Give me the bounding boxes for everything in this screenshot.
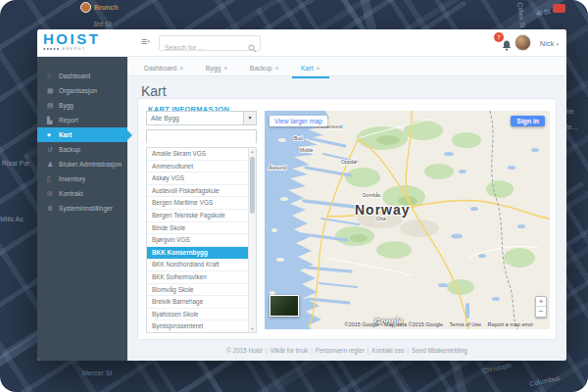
close-icon[interactable]: × xyxy=(317,65,320,72)
building-search-field xyxy=(146,129,257,143)
building-list-item[interactable]: Ammerudtunet xyxy=(147,161,256,173)
logo-wordmark: HOIST xyxy=(43,32,141,46)
tab-label: Kart xyxy=(301,65,313,72)
notifications-bell-icon[interactable] xyxy=(502,37,512,55)
building-list-item[interactable]: Breivik Barnehage xyxy=(147,296,256,309)
user-avatar[interactable] xyxy=(514,34,531,51)
street-label: Rizal Par xyxy=(2,160,29,167)
sidebar-nav: ⌂Dashboard ▦Organisasjon ▤Bygg ▙Report ⌖… xyxy=(37,57,127,361)
restore-icon: ↺ xyxy=(47,142,59,157)
view-larger-map-button[interactable]: View larger map xyxy=(270,116,327,126)
sidebar-item-backup[interactable]: ↺Backup xyxy=(37,142,127,157)
close-icon[interactable]: × xyxy=(275,65,279,72)
sidebar-item-report[interactable]: ▙Report xyxy=(37,113,127,127)
close-icon[interactable]: × xyxy=(223,65,227,72)
map-town-label: Ålesund xyxy=(269,165,286,171)
footer-separator: | xyxy=(407,347,409,354)
terms-of-use-link[interactable]: Terms of Use xyxy=(450,321,481,327)
map-canvas: Kristiansund Bud Molde Ålesund Oppdal Do… xyxy=(265,111,550,329)
map-attribution: ©2015 Google - Map data ©2015 Google Ter… xyxy=(340,321,533,327)
building-list-item[interactable]: Bergen Tekniske Fagskole xyxy=(147,210,256,222)
open-tabs-bar: Dashboard× Bygg× Backup× Kart× xyxy=(127,57,566,76)
map-country-label: Norway xyxy=(355,202,411,218)
building-list-item[interactable]: Askøy VGS xyxy=(147,172,256,185)
google-map[interactable]: Kristiansund Bud Molde Ålesund Oppdal Do… xyxy=(265,111,550,329)
sidebar-item-label: Kontrakt xyxy=(59,190,83,197)
scroll-down-icon[interactable]: ▾ xyxy=(249,326,256,331)
sidebar-toggle-button[interactable]: ≡▾ xyxy=(141,35,150,47)
restaurant-poi-icon xyxy=(80,2,91,13)
building-filter-select[interactable]: Alle Bygg ▾ xyxy=(146,111,257,125)
building-list-item[interactable]: Blomvåg Skole xyxy=(147,284,256,297)
sidebar-item-systeminnstillinger[interactable]: ⚙Systeminnstillinger xyxy=(37,201,127,216)
building-search-input[interactable] xyxy=(147,136,256,148)
sidebar-item-organisasjon[interactable]: ▦Organisasjon xyxy=(37,83,127,98)
map-town-label: Oppdal xyxy=(341,159,357,165)
close-icon[interactable]: × xyxy=(179,65,183,72)
building-list-item[interactable]: Amalie Skram VGS xyxy=(147,148,256,161)
tab-label: Bygg xyxy=(206,65,221,72)
hoist-logo[interactable]: HOIST ●●●●● ENERGY xyxy=(43,32,141,51)
building-list-item[interactable]: BKK Nordhordland Kraft xyxy=(147,259,256,271)
map-pin-icon: ⌖ xyxy=(47,127,59,142)
user-menu[interactable]: Nick ▾ xyxy=(540,39,559,48)
building-list-item[interactable]: Bymisjonssenteret xyxy=(147,320,256,333)
tab-backup[interactable]: Backup× xyxy=(241,59,288,78)
sidebar-item-inventory[interactable]: ▯Inventory xyxy=(37,172,127,186)
sidebar-item-kontrakt[interactable]: ✉Kontrakt xyxy=(37,186,127,201)
dropdown-button[interactable]: ▾ xyxy=(243,112,256,124)
map-zoom-control: + − xyxy=(535,296,547,318)
user-icon: ♟ xyxy=(47,157,59,172)
zoom-out-button[interactable]: − xyxy=(536,307,546,317)
footer-link-feedback[interactable]: Send tilbakemelding xyxy=(412,347,467,354)
street-label: Mills As xyxy=(0,216,24,222)
street-label: Mercer St xyxy=(82,369,112,376)
tab-dashboard[interactable]: Dashboard× xyxy=(135,59,192,78)
tab-bygg[interactable]: Bygg× xyxy=(197,59,237,78)
footer-link-contact[interactable]: Kontakt oss xyxy=(371,347,404,354)
tab-kart[interactable]: Kart× xyxy=(292,59,329,78)
footer-link-terms[interactable]: Vilkår for bruk xyxy=(270,347,308,354)
chevron-down-icon: ▾ xyxy=(556,41,559,47)
sidebar-item-label: Bygg xyxy=(59,102,74,109)
map-town-label: Dombås xyxy=(363,192,381,198)
poi-label: Brunch xyxy=(94,4,119,11)
user-name: Nick xyxy=(540,39,555,48)
building-list-item[interactable]: BKK Solheimsviken xyxy=(147,271,256,284)
sidebar-item-bruker-administrasjon[interactable]: ♟Bruker Administrasjon xyxy=(37,157,127,172)
sidebar-item-label: Systeminnstillinger xyxy=(59,205,113,212)
logo-dots: ●●●●● xyxy=(43,46,60,51)
sidebar-item-label: Report xyxy=(59,117,78,123)
tab-label: Dashboard xyxy=(144,65,176,72)
building-list-item-selected[interactable]: BKK Konsernbygg xyxy=(147,247,256,260)
report-map-error-link[interactable]: Report a map error xyxy=(488,321,533,327)
global-search xyxy=(159,35,261,51)
page-title: Kart xyxy=(141,83,167,99)
app-footer: © 2015 Hoist|Vilkår for bruk|Personvern … xyxy=(127,347,566,354)
satellite-toggle-thumbnail[interactable] xyxy=(270,295,299,317)
zoom-in-button[interactable]: + xyxy=(536,297,546,307)
building-list-item[interactable]: Austevoll Fiskarfagskule xyxy=(147,185,256,198)
sidebar-item-dashboard[interactable]: ⌂Dashboard xyxy=(37,69,127,83)
scroll-up-icon[interactable]: ▴ xyxy=(249,149,256,154)
search-icon[interactable] xyxy=(248,39,257,57)
sidebar-item-bygg[interactable]: ▤Bygg xyxy=(37,98,127,113)
selected-option-label: Alle Bygg xyxy=(147,112,256,124)
sidebar-item-label: Inventory xyxy=(59,175,85,182)
street-label: 3rd St xyxy=(93,21,112,27)
building-list-item[interactable]: Bergen Maritime VGS xyxy=(147,197,256,210)
footer-separator: | xyxy=(368,347,369,354)
sidebar-item-kart[interactable]: ⌖Kart xyxy=(37,127,127,142)
search-input[interactable] xyxy=(160,41,260,55)
building-list-item[interactable]: Byafossen Skole xyxy=(147,309,256,321)
map-sign-in-button[interactable]: Sign in xyxy=(511,116,545,126)
scrollbar-thumb[interactable] xyxy=(250,157,255,214)
list-scrollbar[interactable]: ▴ ▾ xyxy=(248,148,256,332)
bar-chart-icon: ▙ xyxy=(47,113,59,127)
top-navbar: HOIST ●●●●● ENERGY ≡▾ 7 Nick xyxy=(37,29,566,57)
footer-link-privacy[interactable]: Personvern regler xyxy=(316,347,365,354)
building-list-item[interactable]: Bjørgvin VGS xyxy=(147,234,256,247)
building-list-item[interactable]: Binde Skole xyxy=(147,222,256,235)
background-city-map: 3rd St 4t St Coles St Brunch Rizal Par M… xyxy=(0,0,588,392)
sidebar-item-label: Organisasjon xyxy=(59,87,97,94)
